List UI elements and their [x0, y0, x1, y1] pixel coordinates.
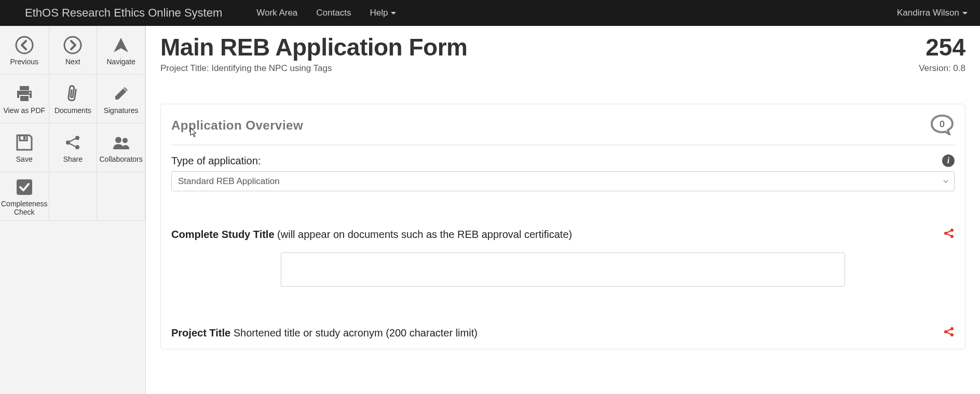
project-title-prefix: Project Title:	[160, 63, 211, 73]
next-label: Next	[65, 58, 80, 66]
previous-label: Previous	[10, 58, 38, 66]
nav-help-label: Help	[370, 8, 388, 18]
caret-down-icon	[962, 12, 968, 15]
svg-point-14	[122, 138, 128, 143]
type-of-application-label: Type of application:	[171, 155, 261, 167]
checkmark-box-icon	[13, 176, 35, 198]
project-title-bold: Project Title	[171, 327, 230, 339]
project-title-line: Project Title: Identifying the NPC using…	[160, 63, 332, 74]
share-button[interactable]: Share	[49, 123, 98, 172]
svg-line-20	[947, 234, 951, 236]
navigate-button[interactable]: Navigate	[97, 26, 145, 75]
toolbar-empty-cell	[49, 172, 98, 221]
previous-button[interactable]: Previous	[0, 26, 49, 75]
info-icon[interactable]: i	[942, 154, 955, 167]
floppy-icon	[13, 132, 35, 153]
navbar: EthOS Research Ethics Online System Work…	[0, 0, 980, 26]
next-button[interactable]: Next	[49, 26, 98, 75]
comment-count: 0	[940, 119, 944, 129]
page-title: Main REB Application Form	[160, 33, 467, 61]
sidebar-toolbar: Previous Next Navigate View as PDF Docum…	[0, 26, 146, 394]
navigate-icon	[110, 34, 132, 56]
share-icon	[62, 132, 84, 153]
share-red-icon[interactable]	[943, 228, 955, 241]
page-number: 254	[925, 33, 965, 61]
section-title: Application Overview	[171, 118, 303, 133]
collaborators-label: Collaborators	[99, 156, 142, 163]
nav-work-area[interactable]: Work Area	[247, 0, 307, 26]
svg-line-19	[947, 231, 951, 233]
printer-icon	[13, 83, 35, 105]
study-title-bold: Complete Study Title	[171, 229, 275, 240]
share-red-icon[interactable]	[943, 326, 955, 340]
people-icon	[110, 132, 132, 153]
study-title-hint: (will appear on documents such as the RE…	[275, 229, 573, 240]
svg-point-5	[29, 92, 30, 93]
brand-title: EthOS Research Ethics Online System	[0, 6, 247, 20]
completeness-label: Completeness Check	[1, 200, 48, 216]
svg-line-25	[947, 332, 951, 334]
documents-button[interactable]: Documents	[49, 75, 98, 123]
signatures-label: Signatures	[104, 107, 139, 115]
svg-point-10	[75, 145, 79, 149]
navbar-links: Work Area Contacts Help	[247, 0, 405, 26]
arrow-right-circle-icon	[62, 34, 84, 56]
svg-line-12	[70, 144, 76, 147]
project-title-hint: Shortened title or study acronym (200 ch…	[230, 327, 478, 339]
view-pdf-button[interactable]: View as PDF	[0, 75, 49, 123]
navigate-label: Navigate	[106, 58, 135, 66]
svg-line-24	[947, 329, 951, 331]
paperclip-icon	[62, 83, 84, 105]
svg-point-0	[16, 37, 33, 53]
main-content: Main REB Application Form 254 Project Ti…	[146, 26, 980, 394]
svg-line-11	[70, 138, 76, 142]
pencil-icon	[110, 83, 132, 105]
complete-study-title-label: Complete Study Title (will appear on doc…	[171, 229, 572, 241]
project-title-field-label: Project Title Shortened title or study a…	[171, 327, 478, 339]
complete-study-title-input[interactable]	[281, 252, 845, 287]
section-divider	[171, 145, 955, 145]
svg-point-9	[75, 136, 79, 140]
form-panel: Application Overview 0 Type of applicati…	[160, 104, 965, 349]
nav-user-label: Kandirra Wilson	[897, 8, 959, 18]
nav-contacts[interactable]: Contacts	[307, 0, 360, 26]
svg-point-1	[64, 37, 81, 53]
signatures-button[interactable]: Signatures	[97, 75, 145, 123]
toolbar-empty-cell	[97, 172, 145, 221]
share-label: Share	[63, 156, 83, 163]
version-label: Version: 0.8	[919, 63, 965, 74]
nav-help[interactable]: Help	[360, 0, 405, 26]
caret-down-icon	[391, 12, 396, 15]
project-title-text: Identifying the NPC using Tags	[211, 63, 332, 73]
view-pdf-label: View as PDF	[3, 107, 45, 115]
comment-bubble[interactable]: 0	[930, 114, 955, 137]
svg-rect-7	[23, 136, 25, 139]
completeness-check-button[interactable]: Completeness Check	[0, 172, 49, 221]
svg-rect-15	[17, 179, 32, 195]
svg-rect-4	[20, 95, 29, 102]
svg-rect-2	[20, 86, 29, 90]
save-label: Save	[16, 156, 33, 163]
collaborators-button[interactable]: Collaborators	[97, 123, 145, 172]
nav-user-menu[interactable]: Kandirra Wilson	[884, 0, 980, 26]
arrow-left-circle-icon	[13, 34, 35, 56]
svg-point-13	[115, 137, 121, 143]
save-button[interactable]: Save	[0, 123, 49, 172]
type-of-application-select[interactable]: Standard REB Application	[171, 171, 955, 191]
documents-label: Documents	[55, 107, 91, 115]
